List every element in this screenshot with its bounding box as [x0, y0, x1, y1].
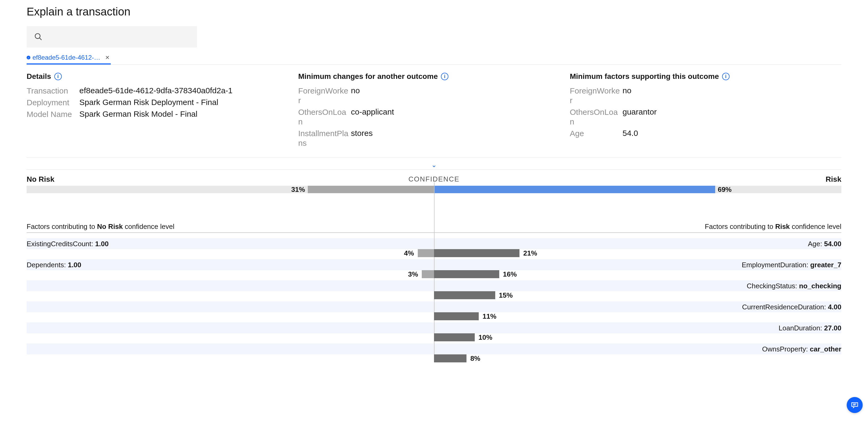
kv-value: Spark German Risk Deployment - Final: [77, 98, 218, 107]
confidence-right-pct: 69%: [718, 186, 732, 194]
transaction-tab[interactable]: ✓ ef8eade5-61de-4612-… ✕: [27, 54, 111, 64]
factor-right-label: LoanDuration: 27.00: [434, 324, 841, 332]
kv-row: OthersOnLoanguarantor: [570, 107, 831, 127]
kv-key: Transaction: [27, 86, 77, 96]
confidence-right-bar: [434, 186, 715, 193]
confidence-right-label: Risk: [826, 175, 841, 184]
kv-key: Age: [570, 129, 620, 138]
min-factors-header: Minimum factors supporting this outcome: [570, 72, 719, 81]
factor-bar-right: [434, 312, 479, 320]
confidence-left-pct: 31%: [291, 186, 305, 194]
info-icon[interactable]: i: [54, 73, 62, 80]
factor-left-label: [27, 303, 434, 311]
factor-bar-right: [434, 291, 495, 299]
kv-row: ForeignWorkerno: [298, 86, 559, 105]
factor-left-label: [27, 324, 434, 332]
close-icon[interactable]: ✕: [105, 54, 110, 61]
confidence-left-label: No Risk: [27, 175, 54, 184]
factor-pct-left: 3%: [408, 270, 418, 278]
kv-key: Deployment: [27, 98, 77, 107]
factor-pct-right: 11%: [483, 312, 496, 320]
kv-row: Model NameSpark German Risk Model - Fina…: [27, 110, 287, 119]
search-box[interactable]: [27, 26, 197, 48]
kv-value: no: [620, 86, 631, 105]
info-icon[interactable]: i: [441, 73, 448, 80]
factor-pct-right: 8%: [470, 355, 480, 363]
kv-key: ForeignWorker: [570, 86, 620, 105]
page-title: Explain a transaction: [27, 5, 841, 18]
factor-pct-right: 21%: [523, 249, 537, 257]
factor-bar-row: 4%21%: [27, 249, 841, 257]
info-icon[interactable]: i: [722, 73, 730, 80]
factor-pct-right: 10%: [478, 333, 492, 342]
confidence-left-bar: [308, 186, 434, 193]
factor-bar-left: [418, 249, 434, 257]
kv-key: InstallmentPlans: [298, 129, 349, 148]
factor-pct-left: 4%: [404, 249, 414, 257]
kv-row: Age54.0: [570, 129, 831, 138]
factor-bar-right: [434, 333, 475, 341]
kv-row: InstallmentPlansstores: [298, 129, 559, 148]
kv-value: co-applicant: [349, 107, 394, 127]
factor-left-label: [27, 282, 434, 290]
search-icon: [34, 32, 42, 41]
factor-pct-right: 16%: [503, 270, 517, 278]
factors-left-header: Factors contributing to No Risk confiden…: [27, 223, 434, 231]
factor-bar-row: 3%16%: [27, 270, 841, 278]
factor-right-label: CurrentResidenceDuration: 4.00: [434, 303, 841, 311]
kv-value: no: [349, 86, 360, 105]
factor-right-label: CheckingStatus: no_checking: [434, 282, 841, 290]
min-changes-panel: Minimum changes for another outcome i Fo…: [298, 72, 570, 150]
chevron-down-icon[interactable]: ⌄: [431, 161, 437, 169]
kv-key: OthersOnLoan: [570, 107, 620, 127]
factor-bar-right: [434, 270, 499, 278]
factor-bar-row: 11%: [27, 312, 841, 320]
kv-value: 54.0: [620, 129, 638, 138]
details-panel: Details i Transactionef8eade5-61de-4612-…: [27, 72, 298, 150]
factor-right-label: Age: 54.00: [434, 240, 841, 248]
min-factors-panel: Minimum factors supporting this outcome …: [570, 72, 841, 150]
factor-bar-left: [422, 270, 434, 278]
factor-bar-row: 10%: [27, 333, 841, 341]
kv-key: OthersOnLoan: [298, 107, 349, 127]
check-icon: ✓: [27, 56, 30, 59]
kv-row: ForeignWorkerno: [570, 86, 831, 105]
kv-row: DeploymentSpark German Risk Deployment -…: [27, 98, 287, 107]
factor-left-label: ExistingCreditsCount: 1.00: [27, 240, 434, 248]
kv-value: stores: [349, 129, 373, 148]
kv-value: ef8eade5-61de-4612-9dfa-378340a0fd2a-1: [77, 86, 233, 96]
svg-point-0: [35, 34, 40, 39]
factors-chart: ExistingCreditsCount: 1.00Age: 54.004%21…: [27, 233, 841, 362]
tab-label: ef8eade5-61de-4612-…: [32, 54, 100, 61]
details-header: Details: [27, 72, 51, 81]
kv-key: ForeignWorker: [298, 86, 349, 105]
svg-line-1: [39, 38, 41, 40]
factor-pct-right: 15%: [499, 291, 513, 300]
factor-bar-row: 15%: [27, 291, 841, 299]
kv-row: Transactionef8eade5-61de-4612-9dfa-37834…: [27, 86, 287, 96]
kv-row: OthersOnLoanco-applicant: [298, 107, 559, 127]
kv-value: guarantor: [620, 107, 657, 127]
kv-value: Spark German Risk Model - Final: [77, 110, 197, 119]
kv-key: Model Name: [27, 110, 77, 119]
factor-bar-row: 8%: [27, 355, 841, 362]
factor-bar-right: [434, 249, 520, 257]
confidence-chart: No Risk CONFIDENCE Risk 31% 69% Factors …: [27, 175, 841, 362]
min-changes-header: Minimum changes for another outcome: [298, 72, 438, 81]
factor-right-label: EmploymentDuration: greater_7: [434, 261, 841, 269]
search-input[interactable]: [47, 32, 190, 41]
factor-left-label: [27, 345, 434, 353]
factors-right-header: Factors contributing to Risk confidence …: [434, 223, 841, 231]
factor-bar-right: [434, 355, 466, 362]
factor-left-label: Dependents: 1.00: [27, 261, 434, 269]
factor-right-label: OwnsProperty: car_other: [434, 345, 841, 353]
